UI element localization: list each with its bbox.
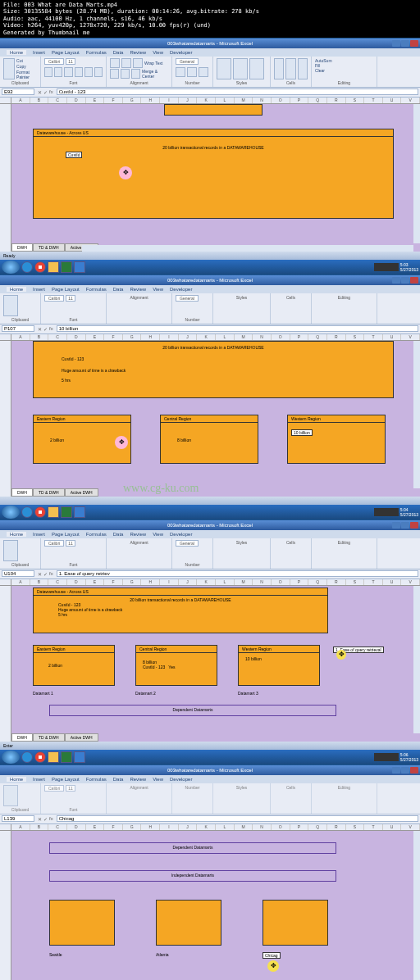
app-icon[interactable]	[74, 506, 85, 518]
merge-button[interactable]: Merge & Center	[142, 69, 168, 79]
align-button[interactable]	[110, 58, 120, 68]
name-box[interactable]: P107	[2, 325, 34, 332]
close-button[interactable]	[410, 522, 418, 529]
scrollbar-vertical[interactable]	[413, 586, 420, 733]
col-header[interactable]: G	[123, 98, 142, 103]
minimize-button[interactable]	[392, 277, 400, 284]
tab-page-layout[interactable]: Page Layout	[52, 287, 80, 292]
start-button[interactable]	[2, 506, 20, 519]
col-header[interactable]: E	[86, 98, 105, 103]
cancel-icon[interactable]: ✕	[38, 326, 42, 332]
insert-button[interactable]	[274, 58, 284, 79]
scrollbar-vertical[interactable]	[413, 831, 420, 980]
formula-input[interactable]: 1. Ease of query retriev	[57, 570, 418, 577]
maximize-button[interactable]	[401, 40, 409, 47]
delete-button[interactable]	[285, 58, 295, 79]
fx-icon[interactable]: fx	[49, 326, 53, 332]
custid-label[interactable]: CustId	[66, 152, 82, 158]
format-button[interactable]	[298, 58, 308, 79]
sheet-tab[interactable]: DWH	[11, 243, 33, 252]
worksheet[interactable]: Datawarehouse - Across US 20 billion tra…	[0, 586, 420, 742]
align-button[interactable]	[121, 58, 131, 68]
sheet-tab[interactable]: DWH	[11, 488, 33, 497]
align-button[interactable]	[131, 69, 140, 79]
tab-page-layout[interactable]: Page Layout	[52, 50, 80, 55]
currency-button[interactable]	[176, 67, 185, 77]
start-button[interactable]	[2, 751, 20, 764]
col-header[interactable]: V	[401, 98, 420, 103]
minimize-button[interactable]	[392, 767, 400, 774]
minimize-button[interactable]	[392, 522, 400, 529]
format-painter-button[interactable]: Format Painter	[16, 70, 37, 79]
tab-data[interactable]: Data	[113, 287, 124, 292]
close-button[interactable]	[410, 767, 418, 774]
tab-review[interactable]: Review	[130, 50, 146, 55]
align-button[interactable]	[133, 58, 143, 68]
number-format-select[interactable]: General	[176, 58, 199, 65]
paste-button[interactable]	[3, 58, 15, 79]
close-button[interactable]	[410, 277, 418, 284]
start-button[interactable]	[2, 261, 20, 274]
tab-view[interactable]: View	[153, 50, 163, 55]
wrap-button[interactable]: Wrap Text	[144, 61, 162, 66]
col-header[interactable]: B	[30, 98, 49, 103]
italic-button[interactable]	[54, 67, 62, 77]
tab-insert[interactable]: Insert	[33, 287, 45, 292]
col-header[interactable]: O	[272, 98, 290, 103]
formula-input[interactable]: 10 billion	[57, 325, 418, 332]
tab-home[interactable]: Home	[7, 287, 26, 292]
app-icon[interactable]	[74, 261, 85, 273]
percent-button[interactable]	[187, 67, 197, 77]
bold-button[interactable]	[44, 67, 52, 77]
maximize-button[interactable]	[401, 277, 409, 284]
font-color-button[interactable]	[94, 67, 103, 77]
col-header[interactable]: J	[179, 98, 198, 103]
maximize-button[interactable]	[401, 767, 409, 774]
col-header[interactable]: T	[364, 98, 383, 103]
col-header[interactable]: H	[141, 98, 160, 103]
cond-format-button[interactable]	[217, 58, 231, 79]
font-select[interactable]: Calibri	[44, 295, 64, 302]
excel-icon[interactable]	[61, 261, 72, 273]
tab-view[interactable]: View	[153, 287, 163, 292]
cancel-icon[interactable]: ✕	[38, 89, 42, 95]
font-name-select[interactable]: Calibri	[44, 58, 64, 65]
formula-input[interactable]: Chicag	[57, 815, 418, 822]
tab-formulas[interactable]: Formulas	[86, 50, 107, 55]
cut-button[interactable]: Cut	[16, 58, 37, 63]
col-header[interactable]: M	[235, 98, 253, 103]
align-button[interactable]	[110, 69, 119, 79]
scrollbar-vertical[interactable]	[413, 104, 420, 243]
ie-icon[interactable]	[21, 261, 33, 273]
scrollbar-horizontal[interactable]	[82, 245, 413, 252]
tab-insert[interactable]: Insert	[33, 50, 45, 55]
copy-button[interactable]: Copy	[16, 64, 37, 69]
close-button[interactable]	[410, 40, 418, 47]
format-table-button[interactable]	[233, 58, 248, 79]
tab-developer[interactable]: Developer	[170, 287, 192, 292]
align-button[interactable]	[121, 69, 130, 79]
underline-button[interactable]	[64, 67, 72, 77]
paste-button[interactable]	[3, 295, 18, 316]
maximize-button[interactable]	[401, 522, 409, 529]
enter-icon[interactable]: ✓	[43, 326, 48, 332]
clear-button[interactable]: Clear	[315, 68, 373, 73]
excel-icon[interactable]	[61, 506, 72, 518]
col-header[interactable]: F	[104, 98, 123, 103]
fill-color-button[interactable]	[84, 67, 93, 77]
tab-review[interactable]: Review	[130, 287, 146, 292]
explorer-icon[interactable]	[48, 261, 59, 273]
formula-input[interactable]: CustId - 123	[57, 88, 418, 95]
name-box[interactable]: E92	[2, 88, 34, 95]
sheet-tab[interactable]: TD & DWH	[33, 243, 65, 252]
tab-data[interactable]: Data	[113, 50, 124, 55]
explorer-icon[interactable]	[48, 506, 59, 518]
col-header[interactable]: P	[290, 98, 309, 103]
col-header[interactable]: D	[67, 98, 86, 103]
border-button[interactable]	[75, 67, 83, 77]
col-header[interactable]: K	[197, 98, 216, 103]
name-box[interactable]: L139	[2, 815, 34, 822]
enter-icon[interactable]: ✓	[43, 89, 48, 95]
col-header[interactable]: S	[346, 98, 365, 103]
comma-button[interactable]	[199, 67, 208, 77]
